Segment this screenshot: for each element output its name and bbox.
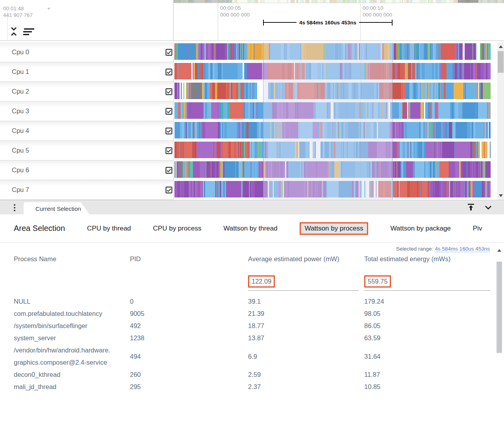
- table-row[interactable]: mali_jd_thread2952.3710.85: [14, 381, 491, 393]
- cell-avg-power: 21.39: [248, 308, 364, 320]
- bracket-left-line: [264, 22, 296, 23]
- table-scroll-up-icon[interactable]: [497, 249, 501, 252]
- track-row: Cpu 3: [0, 101, 504, 121]
- track-title: Cpu 0: [12, 42, 29, 62]
- tracks-scrollbar-thumb[interactable]: [498, 51, 504, 73]
- area-selection-overlay[interactable]: [263, 42, 393, 200]
- panel-tab-bar: Current Selection: [0, 200, 504, 214]
- analysis-tab-cpu-by-process[interactable]: CPU by process: [153, 225, 202, 232]
- tick-time: 00:00:10: [363, 5, 392, 11]
- table-row[interactable]: NULL039.1179.24: [14, 295, 491, 308]
- track-label-cell[interactable]: Cpu 3: [0, 101, 174, 121]
- process-name-text: /system/bin/surfaceflinger: [14, 320, 113, 332]
- track-checkbox[interactable]: [165, 68, 172, 76]
- cell-total-energy: 63.59: [364, 332, 491, 344]
- tab-label: Current Selection: [35, 205, 81, 212]
- analysis-body: Selected range:4s 584ms 160us 453ns Proc…: [0, 243, 504, 439]
- track-checkbox[interactable]: [165, 108, 172, 115]
- totals-empty-cell: [130, 275, 248, 291]
- cell-process-name: mali_jd_thread: [14, 381, 130, 393]
- track-checkbox[interactable]: [165, 49, 172, 56]
- analysis-tab-wattson-by-thread[interactable]: Wattson by thread: [223, 225, 277, 232]
- ruler-tick-label: 00:00:10000 000 000: [363, 5, 392, 18]
- totals-underline: 122.09: [248, 275, 359, 291]
- table-row[interactable]: system_server123813.8763.59: [14, 332, 491, 344]
- cursor-plus: +: [47, 5, 50, 12]
- process-name-text: NULL: [14, 295, 113, 308]
- cell-process-name: com.prefabulated.touchlatency: [14, 308, 130, 320]
- track-title: Cpu 6: [12, 160, 29, 180]
- ruler-tick-label: 00:00:05000 000 000: [220, 5, 250, 18]
- collapse-tracks-button[interactable]: [9, 26, 18, 38]
- timeline-panel: 00:01:48+ 441 907 767 00:00:05000 000 00…: [0, 0, 504, 200]
- cell-pid: 0: [130, 295, 248, 308]
- track-title: Cpu 5: [12, 141, 29, 160]
- analysis-tabs: CPU by threadCPU by processWattson by th…: [87, 222, 482, 235]
- track-row: Cpu 1: [0, 62, 504, 82]
- cell-total-energy: 10.85: [364, 381, 491, 393]
- track-label-cell[interactable]: Cpu 0: [0, 42, 174, 62]
- analysis-tab-wattson-by-process[interactable]: Wattson by process: [300, 222, 369, 235]
- cell-avg-power: 2.37: [248, 381, 364, 393]
- column-header-2[interactable]: PID: [130, 255, 248, 264]
- cell-process-name: NULL: [14, 295, 130, 308]
- timeline-header-left: 00:01:48+ 441 907 767: [0, 3, 174, 41]
- tab-current-selection[interactable]: Current Selection: [24, 202, 90, 215]
- analysis-tab-wattson-by-package[interactable]: Wattson by package: [390, 225, 450, 232]
- track-checkbox[interactable]: [165, 167, 172, 174]
- track-label-cell[interactable]: Cpu 7: [0, 180, 174, 200]
- menu-kebab-icon: [14, 204, 15, 206]
- track-title: Cpu 7: [12, 180, 29, 199]
- cell-pid: 492: [130, 320, 248, 332]
- table-row[interactable]: /vendor/bin/hw/android.hardware.graphics…: [14, 344, 491, 369]
- tick-ns: 000 000 000: [363, 11, 392, 18]
- cell-total-energy: 179.24: [364, 295, 491, 308]
- table-row[interactable]: /system/bin/surfaceflinger49218.7786.05: [14, 320, 491, 332]
- track-label-cell[interactable]: Cpu 4: [0, 121, 174, 141]
- track-checkbox[interactable]: [165, 127, 172, 135]
- process-name-text: system_server: [14, 332, 113, 344]
- column-header-1[interactable]: Process Name: [14, 255, 130, 264]
- column-header-4[interactable]: Total estimated energy (mWs): [364, 255, 491, 264]
- bracket-right-line: [359, 22, 392, 23]
- scroll-down-icon[interactable]: [499, 194, 503, 197]
- tab-menu-button[interactable]: [12, 203, 17, 212]
- track-checkbox[interactable]: [165, 186, 172, 194]
- cell-total-energy: 86.05: [364, 320, 491, 332]
- selection-duration-label: 4s 584ms 160us 453ns: [299, 20, 356, 26]
- process-name-text: mali_jd_thread: [14, 381, 113, 393]
- cell-total-energy: 11.87: [364, 369, 491, 381]
- track-label-cell[interactable]: Cpu 6: [0, 160, 174, 180]
- track-title: Cpu 2: [12, 82, 29, 101]
- expand-panel-button[interactable]: [466, 203, 476, 213]
- cell-process-name: system_server: [14, 332, 130, 344]
- track-row: Cpu 2: [0, 82, 504, 101]
- perfetto-trace-viewer: 00:01:48+ 441 907 767 00:00:05000 000 00…: [0, 0, 504, 439]
- cell-pid: 9005: [130, 308, 248, 320]
- table-scrollbar-thumb[interactable]: [497, 262, 502, 353]
- cell-total-energy: 98.05: [364, 308, 491, 320]
- time-ruler[interactable]: 00:00:05000 000 00000:00:10000 000 000 4…: [174, 3, 504, 41]
- table-scrollbar[interactable]: [496, 249, 502, 434]
- timeline-overview-minimap[interactable]: [173, 0, 504, 3]
- selected-range-link[interactable]: 4s 584ms 160us 453ns: [435, 246, 490, 252]
- track-label-cell[interactable]: Cpu 1: [0, 62, 174, 82]
- sort-tracks-button[interactable]: [22, 28, 35, 37]
- wattson-process-table: Process NamePIDAverage estimated power (…: [14, 255, 491, 393]
- table-row[interactable]: com.prefabulated.touchlatency900521.3998…: [14, 308, 491, 320]
- tracks-scrollbar[interactable]: [497, 42, 504, 200]
- cell-avg-power: 2.59: [248, 369, 364, 381]
- track-title: Cpu 1: [12, 62, 29, 81]
- tick-time: 00:00:05: [220, 5, 250, 11]
- track-label-cell[interactable]: Cpu 2: [0, 82, 174, 101]
- track-label-cell[interactable]: Cpu 5: [0, 141, 174, 160]
- scroll-up-icon[interactable]: [499, 45, 503, 48]
- analysis-tab-cpu-by-thread[interactable]: CPU by thread: [87, 225, 131, 232]
- track-checkbox[interactable]: [165, 88, 172, 95]
- analysis-tab-piv[interactable]: Piv: [473, 225, 482, 232]
- track-checkbox[interactable]: [165, 147, 172, 154]
- column-header-3[interactable]: Average estimated power (mW): [248, 255, 364, 264]
- track-row: Cpu 0: [0, 42, 504, 62]
- table-row[interactable]: decon0_kthread2602.5911.87: [14, 369, 491, 381]
- collapse-panel-button[interactable]: [483, 203, 493, 213]
